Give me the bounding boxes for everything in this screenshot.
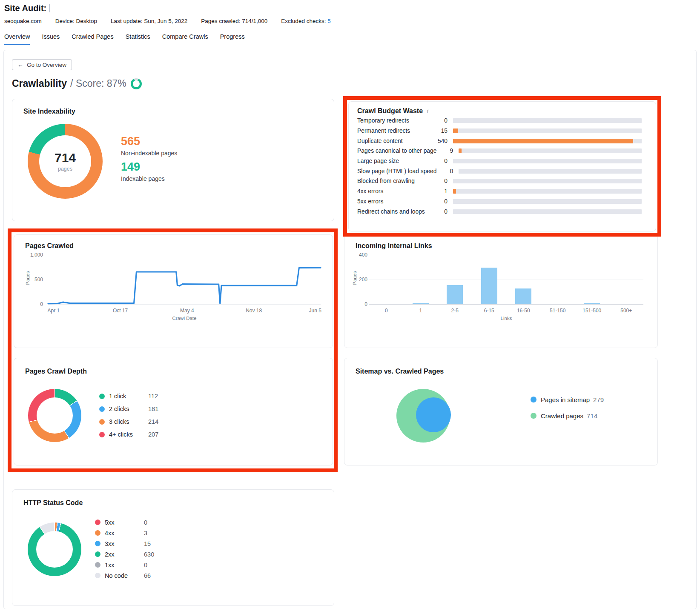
site-indexability-panel: Site Indexability 714 pages 565 Non-inde… <box>12 99 334 221</box>
info-icon[interactable]: i <box>426 108 428 114</box>
total-pages-value: 714 <box>55 151 76 165</box>
budget-row-label: Redirect chains and loops <box>357 208 430 215</box>
score-ring-icon <box>131 78 142 89</box>
x-axis-label: Crawl Date <box>172 316 197 321</box>
budget-row-value: 15 <box>430 128 448 134</box>
budget-row-track <box>453 128 642 133</box>
meta-pages-crawled: Pages crawled: 714/1,000 <box>201 18 267 24</box>
legend-item: 1 click112 <box>99 390 158 403</box>
legend-dot-icon <box>99 406 105 412</box>
legend-value: 630 <box>144 551 154 558</box>
legend-label: 5xx <box>105 519 144 526</box>
x-tick-label: 500+ <box>620 308 632 314</box>
legend-label: 1xx <box>105 562 144 568</box>
legend-label: 1 click <box>109 393 148 400</box>
budget-row-fill <box>453 189 456 194</box>
tab-compare-crawls[interactable]: Compare Crawls <box>162 33 208 45</box>
legend-label: 4+ clicks <box>109 431 148 438</box>
excluded-checks-link[interactable]: 5 <box>327 18 331 24</box>
pages-crawled-panel: Pages Crawled 1,0005000Apr 1Oct 17May 4N… <box>14 234 333 348</box>
budget-row: Duplicate content540 <box>357 136 642 146</box>
page-header-title: Site Audit: <box>4 3 50 13</box>
budget-row-label: Slow page (HTML) load speed <box>357 168 436 174</box>
budget-row-value: 540 <box>430 138 448 144</box>
meta-last-update: Last update: Sun, Jun 5, 2022 <box>111 18 187 24</box>
budget-row-value: 0 <box>430 198 448 205</box>
budget-row-value: 0 <box>430 208 448 215</box>
site-audit-screen: Site Audit: seoquake.com Device: Desktop… <box>0 0 700 611</box>
x-tick-label: 6-15 <box>484 308 494 314</box>
legend-dot-icon <box>95 573 100 578</box>
budget-row-track <box>459 169 642 174</box>
budget-row: Pages canonical to other page9 <box>357 146 642 156</box>
pages-crawled-line-svg <box>48 252 321 307</box>
y-axis-label: Pages <box>25 271 30 285</box>
audit-meta-row: seoquake.com Device: Desktop Last update… <box>4 18 331 24</box>
legend-label: Pages in sitemap <box>541 396 590 403</box>
panel-title: Pages Crawl Depth <box>25 368 87 375</box>
budget-row-fill <box>453 139 633 143</box>
crawlability-heading: Crawlability / Score: 87% <box>12 78 142 89</box>
budget-row: Large page size0 <box>357 156 642 166</box>
budget-row-track <box>453 139 642 143</box>
budget-row-label: Pages canonical to other page <box>357 148 436 154</box>
budget-row-track <box>459 148 642 153</box>
legend-item: Pages in sitemap279 <box>531 391 604 408</box>
legend-item: Crawled pages714 <box>531 408 604 424</box>
budget-row-label: Duplicate content <box>357 138 430 144</box>
legend-label: 4xx <box>105 530 144 537</box>
x-tick-label: Oct 17 <box>113 308 128 314</box>
legend-item: 3 clicks214 <box>99 415 158 428</box>
x-tick-label: 51-150 <box>550 308 565 314</box>
crawl-budget-waste-panel: Crawl Budget Wastei Temporary redirects0… <box>348 101 656 231</box>
legend-label: No code <box>105 572 144 579</box>
legend-value: 112 <box>148 393 158 400</box>
tab-statistics[interactable]: Statistics <box>126 33 150 45</box>
budget-row-fill <box>453 128 458 133</box>
crawl-budget-rows: Temporary redirects0Permanent redirects1… <box>357 116 642 217</box>
legend-dot-icon <box>531 397 536 403</box>
budget-row-value: 0 <box>430 158 448 164</box>
legend-label: 2xx <box>105 551 144 558</box>
meta-excluded-checks: Excluded checks: 5 <box>281 18 330 24</box>
budget-row: 5xx errors0 <box>357 197 642 207</box>
x-tick-label: 151-500 <box>582 308 601 314</box>
legend-label: 2 clicks <box>109 405 148 412</box>
audit-tabs: OverviewIssuesCrawled PagesStatisticsCom… <box>4 33 245 45</box>
tab-crawled-pages[interactable]: Crawled Pages <box>72 33 113 45</box>
budget-row-track <box>453 118 642 123</box>
go-to-overview-button[interactable]: ← Go to Overview <box>12 59 72 70</box>
legend-dot-icon <box>95 520 100 525</box>
budget-row-track <box>453 179 642 183</box>
bar <box>515 288 531 304</box>
legend-dot-icon <box>99 432 105 437</box>
legend-item: 4xx3 <box>95 528 154 538</box>
non-indexable-value: 565 <box>121 135 177 148</box>
tab-progress[interactable]: Progress <box>220 33 245 45</box>
budget-row-value: 0 <box>430 178 448 184</box>
gridline <box>369 280 643 280</box>
sitemap-vs-crawled-panel: Sitemap vs. Crawled Pages Pages in sitem… <box>344 358 658 465</box>
legend-label: 3 clicks <box>109 418 148 425</box>
legend-value: 714 <box>587 412 597 420</box>
y-tick-label: 0 <box>342 301 367 307</box>
tab-overview[interactable]: Overview <box>4 33 30 45</box>
budget-row-label: Temporary redirects <box>357 117 430 124</box>
budget-row: Permanent redirects15 <box>357 126 642 136</box>
venn-legend: Pages in sitemap279Crawled pages714 <box>531 391 604 424</box>
budget-row-track <box>453 209 642 214</box>
budget-row: Slow page (HTML) load speed0 <box>357 166 642 176</box>
budget-row-track <box>453 159 642 163</box>
x-tick-label: Jun 5 <box>309 308 321 314</box>
tab-issues[interactable]: Issues <box>42 33 60 45</box>
legend-value: 214 <box>148 418 158 425</box>
panel-title: HTTP Status Code <box>23 499 83 507</box>
legend-value: 207 <box>148 431 158 438</box>
y-tick-label: 0 <box>17 301 43 307</box>
legend-item: 2xx630 <box>95 549 154 560</box>
panel-title: Sitemap vs. Crawled Pages <box>356 368 444 375</box>
budget-row-value: 0 <box>436 168 453 174</box>
legend-value: 279 <box>593 396 604 403</box>
gridline <box>369 255 643 255</box>
budget-row-label: Permanent redirects <box>357 128 430 134</box>
